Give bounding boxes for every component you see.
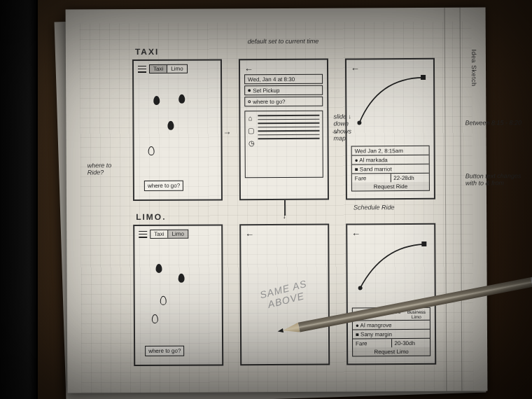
screen-taxi-map: TAXI Taxi Limo where to go? bbox=[132, 59, 223, 201]
svg-point-2 bbox=[358, 286, 363, 290]
fare-row: Fare 22-28dh bbox=[352, 174, 429, 183]
map-pin-user-icon[interactable] bbox=[160, 296, 167, 305]
route-curve bbox=[354, 72, 430, 129]
fare-label: Fare bbox=[353, 339, 392, 347]
card-dropoff: ■ Sany margin bbox=[353, 330, 430, 340]
screen-limo-form: ← SAME AS ABOVE bbox=[239, 224, 330, 366]
flow-arrow-right-icon: → bbox=[223, 127, 231, 137]
section-title-taxi: TAXI bbox=[135, 47, 160, 57]
clock-icon[interactable]: ◷ bbox=[248, 139, 255, 147]
home-icon[interactable]: ⌂ bbox=[248, 114, 254, 122]
route-curve bbox=[354, 237, 431, 294]
svg-rect-3 bbox=[421, 241, 426, 246]
tab-taxi[interactable]: Taxi bbox=[150, 65, 167, 73]
tab-limo[interactable]: Limo bbox=[167, 65, 186, 73]
hamburger-icon[interactable] bbox=[139, 230, 147, 237]
where-to-go-button[interactable]: where to go? bbox=[144, 181, 183, 191]
flow-arrow-right-icon: → bbox=[330, 127, 339, 137]
card-pickup-text: Al mangrove bbox=[360, 322, 392, 328]
date-field[interactable]: Wed, Jan 4 at 8:30 bbox=[244, 74, 323, 85]
tab-limo[interactable]: Limo bbox=[168, 230, 187, 238]
vehicle-tabs: Taxi Limo bbox=[150, 230, 188, 239]
sketch-paper: Idea Sketch TAXI Taxi Limo where to go? … bbox=[66, 7, 488, 393]
fare-value: 20-30dh bbox=[392, 339, 430, 347]
card-dropoff-text: Sany margin bbox=[360, 331, 392, 337]
annotation-button-text: Button text changes with to & from bbox=[465, 172, 530, 187]
card-dropoff: ■ Sand marriot bbox=[352, 164, 429, 174]
ride-card: Wed Jan 2, 8:15am ● Al markada ■ Sand ma… bbox=[351, 146, 430, 192]
card-dropoff-text: Sand marriot bbox=[360, 166, 392, 172]
fare-value: 22-28dh bbox=[391, 174, 429, 182]
topbar: Taxi Limo bbox=[139, 229, 217, 239]
suggestions-panel: ⌂ ▢ ◷ bbox=[244, 111, 323, 178]
dot-filled-icon bbox=[248, 89, 251, 92]
svg-rect-1 bbox=[421, 75, 426, 80]
screen-limo-map: LIMO. Taxi Limo where to go? bbox=[133, 224, 223, 366]
fare-row: Fare 20-30dh bbox=[353, 339, 430, 348]
dot-hollow-icon bbox=[248, 100, 251, 103]
pickup-field-label: Set Pickup bbox=[253, 87, 279, 93]
annotation-default-time: default set to current time bbox=[248, 38, 319, 46]
destination-field-label: where to go? bbox=[253, 98, 285, 104]
request-ride-button[interactable]: Request Ride bbox=[352, 182, 429, 191]
annotation-time-range: Between 8:15 - 8:20 bbox=[465, 119, 529, 127]
arrow-head-down-icon: ↓ bbox=[282, 211, 286, 220]
suggestion-lines bbox=[258, 114, 319, 174]
paper-title: Idea Sketch bbox=[470, 49, 477, 86]
card-header: Wed Jan 2, 8:15am bbox=[352, 146, 429, 156]
section-title-limo: LIMO. bbox=[136, 212, 166, 222]
binder-edge bbox=[0, 0, 38, 399]
annotation-schedule-ride: Schedule Ride bbox=[354, 204, 395, 211]
tab-taxi[interactable]: Taxi bbox=[150, 230, 168, 238]
same-as-above-note: SAME AS ABOVE bbox=[225, 217, 344, 372]
request-limo-button[interactable]: Request Limo bbox=[353, 347, 430, 356]
card-pickup: ● Al mangrove bbox=[353, 321, 430, 330]
screen-taxi-form: ← Wed, Jan 4 at 8:30 Set Pickup where to… bbox=[239, 59, 329, 201]
briefcase-icon[interactable]: ▢ bbox=[248, 127, 254, 134]
annotation-where-to-ride: where to Ride? bbox=[88, 162, 128, 176]
map-pin-icon[interactable] bbox=[155, 264, 162, 273]
pickup-field[interactable]: Set Pickup bbox=[244, 85, 323, 96]
map-pin-icon[interactable] bbox=[167, 121, 174, 130]
wireframe-grid: TAXI Taxi Limo where to go? ← Wed, Jan 4… bbox=[132, 58, 436, 366]
back-arrow-icon[interactable]: ← bbox=[244, 64, 323, 75]
date-field-label: Wed, Jan 4 at 8:30 bbox=[248, 76, 295, 82]
fare-label: Fare bbox=[352, 174, 391, 182]
topbar: Taxi Limo bbox=[138, 64, 216, 74]
pencil-tip bbox=[277, 328, 284, 333]
card-pickup-text: Al markada bbox=[359, 157, 388, 163]
map-pin-user-icon[interactable] bbox=[148, 146, 155, 155]
map-pin-icon[interactable] bbox=[152, 314, 158, 323]
screen-limo-confirm: ← Comfort Standard Business Limo ● Al ma… bbox=[346, 223, 436, 365]
vehicle-tabs: Taxi Limo bbox=[149, 64, 188, 74]
hamburger-icon[interactable] bbox=[138, 65, 146, 72]
map-pin-icon[interactable] bbox=[178, 274, 185, 283]
destination-field[interactable]: where to go? bbox=[244, 97, 323, 107]
panel-icons: ⌂ ▢ ◷ bbox=[248, 114, 254, 174]
where-to-go-button[interactable]: where to go? bbox=[145, 346, 184, 356]
card-pickup: ● Al markada bbox=[352, 155, 429, 165]
map-pin-icon[interactable] bbox=[153, 96, 160, 105]
map-pin-icon[interactable] bbox=[178, 94, 185, 104]
